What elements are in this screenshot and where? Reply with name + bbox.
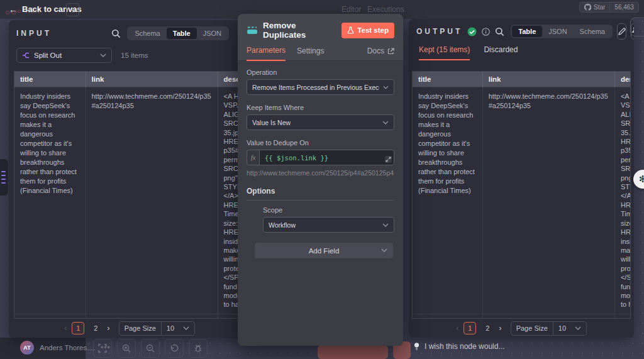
test-workflow-button-dimmed[interactable] — [318, 345, 388, 359]
offscreen-button-outline[interactable] — [630, 18, 644, 36]
tab-executions[interactable]: Executions — [367, 5, 404, 14]
page-size-label: Page Size — [119, 322, 162, 335]
add-field-button[interactable]: Add Field — [255, 243, 393, 258]
col-description: description — [614, 72, 631, 87]
col-title: title — [14, 72, 86, 87]
output-tab-json[interactable]: JSON — [542, 26, 573, 37]
table-row: Chinese self-driving http://www.techmeme… — [14, 314, 245, 319]
undo-icon — [170, 344, 179, 353]
page-1-button[interactable]: 1 — [72, 322, 84, 334]
external-link-icon — [387, 48, 394, 55]
output-search-icon[interactable] — [495, 27, 504, 36]
back-arrow-icon: ← — [9, 5, 18, 14]
page-2-button[interactable]: 2 — [89, 322, 102, 334]
page-size-select[interactable]: 10 — [162, 322, 194, 335]
info-icon[interactable] — [482, 28, 490, 36]
input-panel: INPUT Schema Table JSON Split Out 15 ite… — [9, 20, 250, 338]
input-source-select[interactable]: Split Out — [16, 48, 112, 63]
canvas-controls — [93, 339, 208, 358]
table-row: Industry insiders say DeepSeek's focus o… — [413, 87, 631, 314]
expression-input[interactable]: {{ $json.link }} — [259, 150, 394, 165]
star-count: 56,463 — [609, 3, 638, 12]
add-tab-button[interactable]: + — [66, 3, 79, 16]
n8n-node-detail-view: n8n ← Back to canvas + Editor Executions… — [0, 0, 644, 359]
tab-settings[interactable]: Settings — [297, 47, 324, 60]
github-star-widget[interactable]: Star 56,463 — [579, 2, 639, 13]
page-1-button[interactable]: 1 — [464, 322, 476, 334]
expression-preview: http://www.techmeme.com/250125/p4#a25012… — [247, 169, 394, 177]
pencil-icon — [618, 28, 626, 36]
output-tab-schema[interactable]: Schema — [574, 26, 611, 37]
tab-editor[interactable]: Editor — [341, 5, 361, 14]
table-header-row: title link description — [413, 72, 631, 87]
next-page-button[interactable]: › — [107, 322, 109, 334]
chevron-down-icon — [383, 86, 389, 89]
options-section-title[interactable]: Options — [247, 187, 394, 201]
test-step-button[interactable]: Test step — [341, 23, 394, 38]
next-page-button[interactable]: › — [499, 322, 501, 334]
input-tab-schema[interactable]: Schema — [128, 28, 166, 39]
input-tab-table[interactable]: Table — [167, 28, 197, 39]
operation-select[interactable]: Remove Items Processed in Previous Execu… — [247, 79, 394, 95]
page-2-button[interactable]: 2 — [481, 322, 494, 334]
output-view-switcher: Table JSON Schema — [511, 25, 613, 38]
fx-badge[interactable]: fx — [247, 150, 259, 165]
chevron-down-icon — [382, 223, 389, 227]
page-size-label: Page Size — [511, 322, 553, 335]
col-link: link — [482, 72, 614, 87]
zoom-in-icon — [122, 344, 131, 353]
avatar[interactable]: AT — [20, 341, 34, 355]
success-check-icon — [467, 27, 477, 36]
expand-expression-icon[interactable] — [385, 156, 392, 163]
col-link: link — [86, 72, 218, 87]
scope-label: Scope — [263, 206, 394, 214]
debug-button[interactable] — [189, 339, 208, 358]
dedupe-label: Value to Dedupe On — [247, 139, 394, 146]
input-search-icon[interactable] — [111, 29, 121, 38]
node-settings-modal: Remove Duplicates Test step Parameters S… — [238, 14, 403, 346]
chevron-down-icon — [183, 326, 189, 330]
star-label: Star — [594, 4, 605, 11]
chatgpt-extension-icon[interactable]: ✻ — [633, 170, 644, 189]
zoom-to-fit-button[interactable] — [93, 339, 112, 358]
keep-items-label: Keep Items Where — [247, 104, 394, 111]
output-tab-table[interactable]: Table — [512, 26, 542, 37]
prev-page-button[interactable]: ‹ — [64, 322, 67, 334]
lightbulb-icon — [413, 342, 420, 351]
modal-title: Remove Duplicates — [263, 21, 336, 40]
docs-link[interactable]: Docs — [367, 47, 394, 60]
chevron-down-icon — [575, 326, 581, 330]
input-items-count: 15 items — [121, 52, 148, 59]
input-pagination: ‹ 1 2 › Page Size 10 — [9, 319, 250, 338]
side-panel-handle[interactable] — [0, 159, 8, 196]
scope-select[interactable]: Workflow — [263, 217, 394, 233]
page-size-select[interactable]: 10 — [553, 322, 586, 335]
fit-view-icon — [98, 344, 107, 353]
flask-icon — [347, 26, 354, 34]
prev-page-button[interactable]: ‹ — [456, 322, 458, 334]
col-title: title — [413, 72, 482, 87]
wish-feedback-link[interactable]: I wish this node would... — [425, 342, 504, 351]
output-panel: OUTPUT Table JSON Schema — [409, 19, 634, 338]
table-row — [413, 314, 631, 319]
zoom-in-button[interactable] — [117, 339, 136, 358]
input-view-switcher: Schema Table JSON — [127, 26, 229, 40]
chevron-down-icon — [382, 121, 389, 124]
keep-items-select[interactable]: Value Is New — [247, 114, 394, 130]
input-table: title link description Industry insiders… — [14, 71, 245, 319]
zoom-out-icon — [146, 344, 155, 353]
zoom-out-button[interactable] — [141, 339, 160, 358]
kept-tab[interactable]: Kept (15 items) — [419, 45, 470, 60]
output-pagination: ‹ 1 2 › Page Size 10 — [409, 319, 634, 338]
edit-output-button[interactable] — [617, 23, 626, 40]
output-table: title link description Industry insiders… — [412, 71, 631, 319]
table-header-row: title link description — [14, 72, 245, 87]
tab-parameters[interactable]: Parameters — [247, 46, 286, 61]
input-tab-json[interactable]: JSON — [197, 28, 228, 39]
bug-icon — [194, 344, 203, 353]
reset-zoom-button[interactable] — [165, 339, 184, 358]
remove-duplicates-node-icon — [247, 26, 258, 35]
chevron-down-icon — [381, 248, 387, 252]
discarded-tab[interactable]: Discarded — [484, 45, 518, 60]
user-name: Anders Thores.... — [40, 344, 95, 351]
